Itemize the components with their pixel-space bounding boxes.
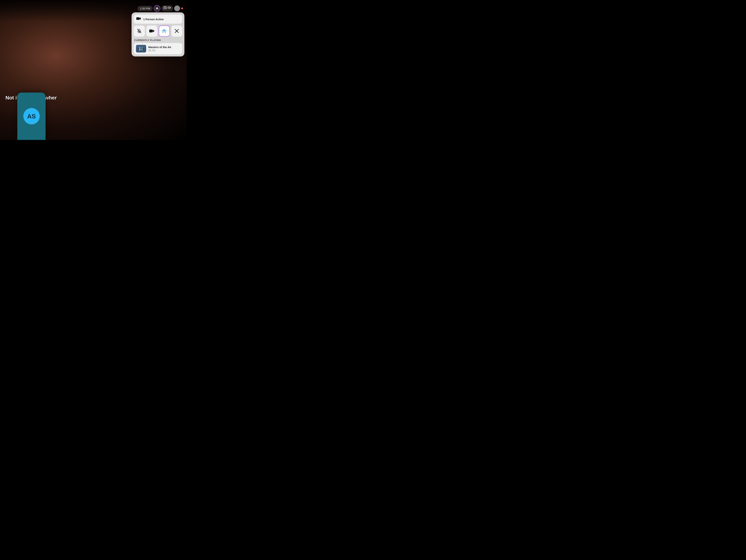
control-buttons-row	[134, 26, 182, 37]
person-wifi-icon	[155, 6, 159, 10]
screen-record-icon[interactable]	[168, 6, 171, 10]
person-active-menubar-btn[interactable]	[154, 5, 160, 12]
camera-row-text: 1 Person Active	[143, 18, 164, 21]
thumbnail-inner	[136, 45, 146, 53]
notification-dot	[181, 7, 183, 9]
camera-icon-svg	[136, 17, 141, 21]
now-playing-sub: S1, E1	[148, 49, 171, 52]
close-icon	[174, 28, 179, 33]
phone-card: AS	[17, 92, 46, 140]
svg-rect-20	[137, 45, 146, 47]
camera-button[interactable]	[146, 26, 157, 37]
person-active-button[interactable]	[159, 26, 170, 37]
svg-rect-6	[136, 17, 140, 20]
screenshot-icon[interactable]	[163, 6, 167, 10]
avatar-initials: AS	[27, 113, 36, 120]
currently-playing-label: CURRENTLY PLAYING	[134, 39, 182, 41]
svg-point-18	[141, 47, 143, 49]
camera-active-row: 1 Person Active	[134, 14, 182, 24]
svg-point-19	[141, 49, 143, 51]
svg-rect-10	[149, 30, 153, 32]
now-playing-thumbnail	[136, 45, 146, 53]
camera-btn-icon	[149, 28, 154, 33]
menubar-icons-group	[162, 5, 173, 11]
screenshot-svg	[163, 6, 167, 10]
mute-mic-icon	[137, 28, 142, 33]
now-playing-row[interactable]: Masters of the Air S1, E1	[134, 43, 182, 54]
control-center-popup: 1 Person Active	[132, 12, 184, 57]
svg-point-2	[165, 7, 166, 8]
screen-record-svg	[168, 6, 171, 10]
now-playing-info: Masters of the Air S1, E1	[148, 46, 171, 52]
close-button[interactable]	[171, 26, 182, 37]
svg-point-15	[138, 48, 144, 51]
svg-rect-4	[169, 7, 169, 8]
svg-point-17	[139, 49, 141, 51]
mute-mic-button[interactable]	[134, 26, 145, 37]
avatar: AS	[23, 108, 40, 124]
camera-row-icon	[136, 17, 141, 22]
time-display: 1:50 PM	[137, 6, 153, 11]
thumbnail-art	[137, 45, 146, 52]
menu-bar: 1:50 PM	[137, 5, 183, 12]
person-active-icon	[162, 28, 167, 33]
now-playing-title: Masters of the Air	[148, 46, 171, 49]
user-avatar-swatch[interactable]	[174, 5, 180, 11]
